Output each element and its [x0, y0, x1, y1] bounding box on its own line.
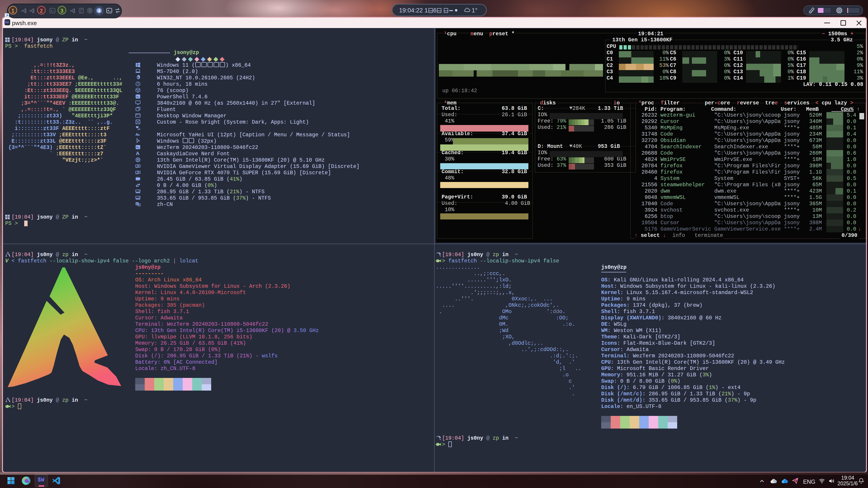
svg-text:A: A — [136, 202, 138, 205]
svg-text:A: A — [138, 133, 140, 136]
svg-text:A: A — [136, 151, 140, 156]
